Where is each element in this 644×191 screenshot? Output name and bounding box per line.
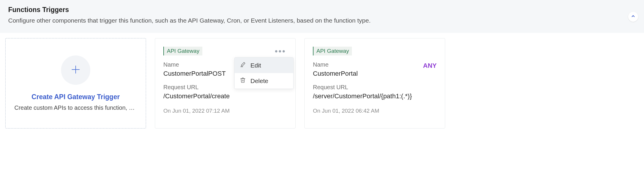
create-trigger-title: Create API Gateway Trigger [32, 93, 120, 101]
plus-circle [61, 55, 90, 85]
collapse-button[interactable] [628, 12, 638, 22]
name-label: Name [313, 61, 358, 68]
edit-label: Edit [250, 62, 261, 69]
trigger-url: /server/CustomerPortal/{path1:(.*)} [313, 92, 437, 100]
more-horizontal-icon: ●●● [274, 48, 286, 54]
trigger-url: /CustomerPortal/create [163, 92, 287, 100]
section-description: Configure other components that trigger … [8, 16, 636, 25]
triggers-grid: Create API Gateway Trigger Create custom… [0, 33, 644, 134]
delete-menu-item[interactable]: Delete [235, 73, 293, 89]
section-header: Functions Triggers Configure other compo… [0, 0, 644, 33]
http-method-badge: ANY [423, 62, 437, 70]
create-trigger-description: Create custom APIs to access this functi… [14, 104, 137, 111]
api-gateway-tag: API Gateway [163, 47, 202, 55]
section-title: Functions Triggers [8, 6, 636, 14]
url-label: Request URL [313, 84, 437, 91]
edit-icon [240, 62, 246, 69]
trigger-card: API Gateway ●●● Name CustomerPortalPOST … [155, 38, 296, 129]
trash-icon [240, 77, 246, 84]
trigger-card: API Gateway Name CustomerPortal ANY Requ… [304, 38, 445, 129]
plus-icon [70, 64, 81, 76]
edit-menu-item[interactable]: Edit [235, 58, 293, 73]
trigger-timestamp: On Jun 01, 2022 06:42 AM [313, 108, 437, 114]
chevron-up-icon [631, 14, 635, 20]
delete-label: Delete [250, 77, 268, 84]
card-more-button[interactable]: ●●● [273, 47, 287, 55]
api-gateway-tag: API Gateway [313, 47, 352, 55]
trigger-timestamp: On Jun 01, 2022 07:12 AM [163, 108, 287, 114]
create-trigger-card[interactable]: Create API Gateway Trigger Create custom… [5, 38, 146, 129]
trigger-name: CustomerPortal [313, 70, 358, 77]
card-actions-menu: Edit Delete [234, 57, 294, 89]
